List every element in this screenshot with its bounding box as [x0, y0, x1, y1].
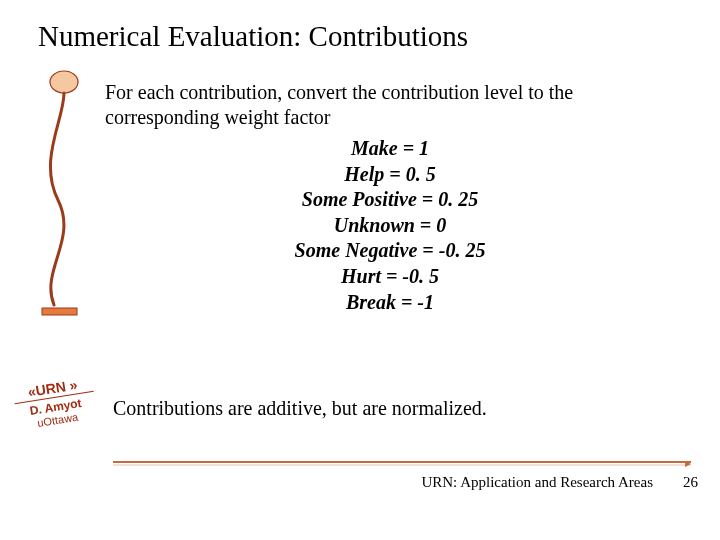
body-paragraph: For each contribution, convert the contr… — [105, 80, 675, 315]
decorative-squiggle — [40, 70, 100, 330]
weight-unknown: Unknown = 0 — [105, 213, 675, 239]
intro-text: For each contribution, convert the contr… — [105, 81, 573, 128]
weight-help: Help = 0. 5 — [105, 162, 675, 188]
weight-factor-list: Make = 1 Help = 0. 5 Some Positive = 0. … — [105, 136, 675, 315]
weight-break: Break = -1 — [105, 290, 675, 316]
weight-someneg: Some Negative = -0. 25 — [105, 238, 675, 264]
footer-divider — [113, 461, 691, 467]
svg-point-0 — [50, 71, 78, 93]
page-number: 26 — [683, 474, 698, 491]
weight-make: Make = 1 — [105, 136, 675, 162]
slide-title: Numerical Evaluation: Contributions — [38, 20, 468, 53]
weight-hurt: Hurt = -0. 5 — [105, 264, 675, 290]
weight-somepos: Some Positive = 0. 25 — [105, 187, 675, 213]
urn-stamp: «URN » D. Amyot uOttawa — [12, 374, 98, 432]
svg-rect-1 — [42, 308, 77, 315]
footer-text: URN: Application and Research Areas — [113, 474, 653, 491]
additive-note: Contributions are additive, but are norm… — [113, 397, 663, 420]
